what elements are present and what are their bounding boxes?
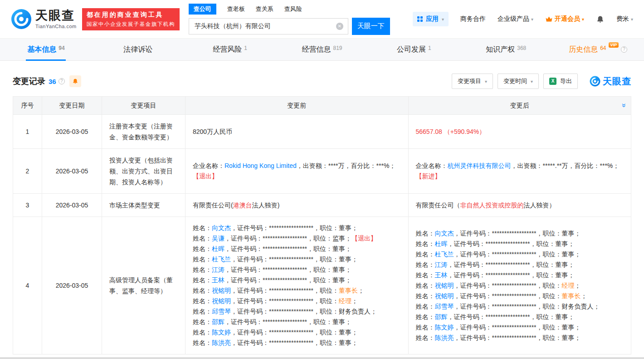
entity-link[interactable]: 邵辉: [212, 318, 224, 325]
cell-change-date: 2026-03-05: [42, 217, 102, 354]
help-icon[interactable]: ?: [621, 46, 627, 53]
excel-icon: X: [549, 78, 556, 85]
change-detail-line: 有限责任公司(港澳台法人独资): [193, 200, 401, 211]
entity-link[interactable]: 杜飞兰: [212, 256, 231, 263]
text-segment: 董事: [562, 251, 575, 258]
entity-link[interactable]: 王林: [212, 276, 224, 284]
vip-link[interactable]: 开通会员 ▾: [545, 15, 584, 23]
entity-link[interactable]: 杜晖: [435, 240, 448, 247]
tab-history-info[interactable]: 历史信息 64 VIP ?: [552, 39, 644, 60]
search-tab-boss[interactable]: 查老板: [227, 5, 245, 13]
entity-link[interactable]: 杜飞兰: [435, 251, 454, 258]
user-menu[interactable]: 费米 ▾: [616, 15, 633, 23]
text-segment: 董事: [332, 245, 345, 252]
entity-link[interactable]: 杜晖: [212, 245, 224, 252]
vip-badge: VIP: [609, 42, 619, 48]
entity-link[interactable]: 向文杰: [435, 230, 454, 237]
entity-link[interactable]: 祝铭明: [435, 292, 454, 300]
text-segment: ；: [345, 245, 351, 252]
entity-link[interactable]: 邱雪琴: [212, 308, 231, 315]
change-detail-line: 姓名：陈文婷，证件号码：******************，职位：董事；: [193, 327, 401, 338]
entity-link[interactable]: 祝铭明: [212, 287, 231, 294]
text-segment: 董事: [332, 276, 345, 284]
text-segment: 企业名称：: [416, 162, 448, 169]
text-segment: ，证件号码：******************，职位：: [454, 251, 562, 258]
text-segment: 董事: [339, 339, 351, 346]
tab-count: 94: [59, 45, 64, 51]
change-detail-line: 姓名：邱雪琴，证件号码：******************，职位：财务负责人；: [193, 306, 401, 317]
text-segment: 经理: [562, 282, 575, 289]
change-detail-line: 8200万人民币: [193, 127, 401, 137]
filter-change-time[interactable]: 变更时间 ▾: [498, 74, 539, 89]
tab-label: 公司发展: [397, 45, 426, 54]
tab-count: 64: [600, 45, 606, 51]
tab-intellectual-property[interactable]: 知识产权 368: [460, 39, 552, 60]
text-segment: ，证件号码：******************，职位：: [224, 266, 332, 273]
change-detail-line: 姓名：杜飞兰，证件号码：******************，职位：董事；: [416, 249, 624, 260]
search-button[interactable]: 天眼一下: [352, 18, 390, 35]
entity-link[interactable]: 陈洪亮: [212, 339, 231, 346]
entity-link[interactable]: 杭州灵伴科技有限公司: [448, 162, 511, 169]
change-detail-line: 姓名：向文杰，证件号码：******************，职位：董事；: [193, 223, 401, 233]
text-segment: 董事: [562, 334, 575, 341]
help-icon[interactable]: ?: [59, 78, 65, 84]
entity-link[interactable]: 祝铭明: [435, 282, 454, 289]
entity-link[interactable]: 祝铭明: [212, 297, 231, 305]
clear-icon[interactable]: ✕: [336, 23, 343, 30]
change-detail-line: 企业名称：杭州灵伴科技有限公司，出资额：*****.**万，百分比：***%；【…: [416, 161, 624, 182]
text-segment: ；: [351, 224, 358, 231]
text-segment: ，证件号码：******************，职位：: [231, 287, 339, 294]
entity-link[interactable]: 陈文婷: [212, 329, 231, 336]
search-tab-risk[interactable]: 查风险: [284, 5, 302, 13]
entity-link[interactable]: 江涛: [435, 261, 448, 268]
text-segment: ；: [575, 334, 581, 341]
text-segment: 董事: [332, 266, 345, 273]
change-detail-line: 姓名：陈洪亮，证件号码：******************，职位：董事；: [416, 333, 624, 343]
tab-label: 知识产权: [486, 45, 515, 54]
search-tab-company[interactable]: 查公司: [189, 4, 216, 15]
tab-basic-info[interactable]: 基本信息 94: [0, 39, 92, 60]
entity-link[interactable]: 江涛: [212, 266, 224, 273]
change-record-row: 42026-03-05高级管理人员备案（董事、监事、经理等）姓名：向文杰，证件号…: [13, 217, 631, 354]
entity-link[interactable]: 邵辉: [435, 313, 448, 320]
cooperation-link[interactable]: 商务合作: [460, 15, 486, 23]
enterprise-link[interactable]: 企业级产品 ▾: [498, 15, 533, 23]
tab-company-development[interactable]: 公司发展 1: [368, 39, 460, 60]
header-change-item: 变更项目: [102, 97, 185, 115]
tianyancha-logo[interactable]: 天眼查 TianYanCha.com: [11, 9, 77, 30]
entity-link[interactable]: 王林: [435, 271, 448, 279]
notification-bell-icon[interactable]: [596, 15, 605, 24]
text-segment: 董事: [556, 261, 568, 268]
subscribe-bell-button[interactable]: [69, 75, 81, 87]
entity-link[interactable]: Rokid Hong Kong Limited: [224, 162, 297, 169]
change-detail-line: 姓名：杜晖，证件号码：******************，职位：董事；: [193, 244, 401, 254]
tab-count: 819: [333, 45, 342, 51]
change-record-row: 12026-03-05注册资本变更（注册资金、资金数额等变更）8200万人民币5…: [13, 115, 631, 149]
chevron-down-icon: ▾: [631, 17, 633, 22]
text-segment: ；: [351, 297, 358, 305]
change-detail-line: 姓名：祝铭明，证件号码：******************，职位：董事长；: [416, 291, 624, 301]
text-segment: ，证件号码：******************，职位：: [224, 276, 332, 284]
entity-link[interactable]: 向文杰: [212, 224, 231, 231]
entity-link[interactable]: 吴谦: [212, 235, 224, 242]
cell-serial: 3: [13, 194, 42, 217]
tab-operation-risk[interactable]: 经营风险 1: [184, 39, 276, 60]
expand-all-icon[interactable]: »: [620, 103, 629, 107]
entity-link[interactable]: 陈洪亮: [435, 334, 454, 341]
user-name: 费米: [616, 15, 629, 23]
apps-menu[interactable]: 应用 ▾: [413, 12, 449, 26]
search-tab-relation[interactable]: 查关系: [256, 5, 273, 13]
filter-change-item[interactable]: 变更项目 ▾: [452, 74, 493, 89]
tab-operation-info[interactable]: 经营信息 819: [276, 39, 368, 60]
entity-link[interactable]: 陈文婷: [435, 324, 454, 331]
tab-legal[interactable]: 法律诉讼: [92, 39, 184, 60]
change-detail-line: 姓名：王林，证件号码：******************，职位：董事；: [416, 270, 624, 280]
entity-link[interactable]: 邱雪琴: [435, 303, 454, 310]
text-segment: 姓名：: [193, 339, 212, 346]
text-segment: ，证件号码：******************，职位：: [454, 292, 562, 300]
text-segment: ；: [351, 339, 358, 346]
export-button[interactable]: X 导出: [543, 74, 578, 89]
text-segment: 姓名：: [416, 282, 435, 289]
search-input[interactable]: [189, 19, 348, 34]
search-row: ✕ 天眼一下: [189, 18, 390, 35]
